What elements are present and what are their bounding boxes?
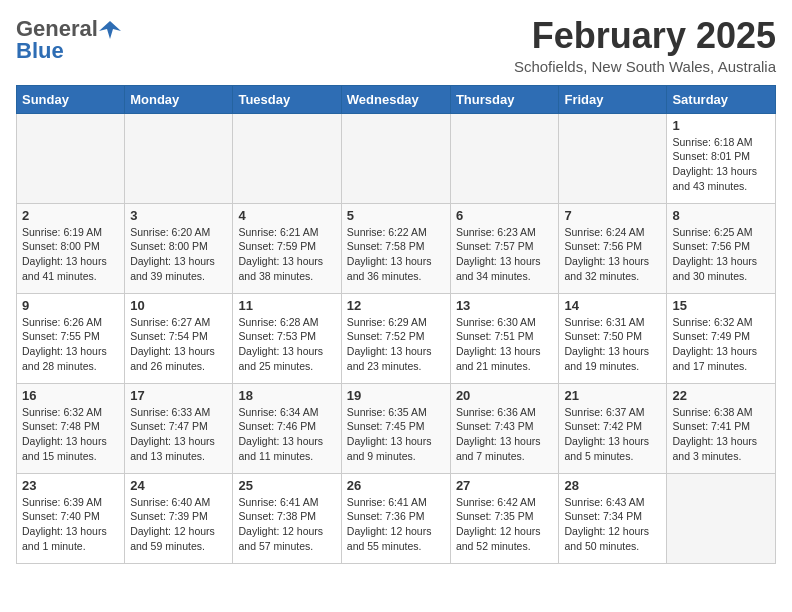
calendar-cell: 15Sunrise: 6:32 AM Sunset: 7:49 PM Dayli… [667, 293, 776, 383]
weekday-header-saturday: Saturday [667, 85, 776, 113]
day-number: 9 [22, 298, 119, 313]
day-number: 28 [564, 478, 661, 493]
logo-blue-text: Blue [16, 38, 64, 64]
calendar-cell: 18Sunrise: 6:34 AM Sunset: 7:46 PM Dayli… [233, 383, 341, 473]
location-subtitle: Schofields, New South Wales, Australia [514, 58, 776, 75]
day-info: Sunrise: 6:24 AM Sunset: 7:56 PM Dayligh… [564, 225, 661, 284]
calendar-cell: 22Sunrise: 6:38 AM Sunset: 7:41 PM Dayli… [667, 383, 776, 473]
day-info: Sunrise: 6:42 AM Sunset: 7:35 PM Dayligh… [456, 495, 554, 554]
day-info: Sunrise: 6:41 AM Sunset: 7:36 PM Dayligh… [347, 495, 445, 554]
calendar-cell: 20Sunrise: 6:36 AM Sunset: 7:43 PM Dayli… [450, 383, 559, 473]
day-number: 3 [130, 208, 227, 223]
calendar-cell: 19Sunrise: 6:35 AM Sunset: 7:45 PM Dayli… [341, 383, 450, 473]
weekday-header-sunday: Sunday [17, 85, 125, 113]
day-number: 25 [238, 478, 335, 493]
calendar-cell [125, 113, 233, 203]
day-info: Sunrise: 6:18 AM Sunset: 8:01 PM Dayligh… [672, 135, 770, 194]
calendar-cell: 21Sunrise: 6:37 AM Sunset: 7:42 PM Dayli… [559, 383, 667, 473]
weekday-header-wednesday: Wednesday [341, 85, 450, 113]
title-section: February 2025 Schofields, New South Wale… [514, 16, 776, 75]
day-info: Sunrise: 6:29 AM Sunset: 7:52 PM Dayligh… [347, 315, 445, 374]
calendar-cell [17, 113, 125, 203]
calendar-week-1: 1Sunrise: 6:18 AM Sunset: 8:01 PM Daylig… [17, 113, 776, 203]
day-number: 16 [22, 388, 119, 403]
calendar-table: SundayMondayTuesdayWednesdayThursdayFrid… [16, 85, 776, 564]
day-number: 1 [672, 118, 770, 133]
calendar-header-row: SundayMondayTuesdayWednesdayThursdayFrid… [17, 85, 776, 113]
day-info: Sunrise: 6:39 AM Sunset: 7:40 PM Dayligh… [22, 495, 119, 554]
calendar-week-5: 23Sunrise: 6:39 AM Sunset: 7:40 PM Dayli… [17, 473, 776, 563]
day-number: 6 [456, 208, 554, 223]
calendar-cell: 2Sunrise: 6:19 AM Sunset: 8:00 PM Daylig… [17, 203, 125, 293]
day-number: 21 [564, 388, 661, 403]
day-info: Sunrise: 6:28 AM Sunset: 7:53 PM Dayligh… [238, 315, 335, 374]
day-info: Sunrise: 6:40 AM Sunset: 7:39 PM Dayligh… [130, 495, 227, 554]
weekday-header-thursday: Thursday [450, 85, 559, 113]
day-info: Sunrise: 6:30 AM Sunset: 7:51 PM Dayligh… [456, 315, 554, 374]
calendar-cell: 8Sunrise: 6:25 AM Sunset: 7:56 PM Daylig… [667, 203, 776, 293]
day-number: 13 [456, 298, 554, 313]
calendar-cell: 16Sunrise: 6:32 AM Sunset: 7:48 PM Dayli… [17, 383, 125, 473]
calendar-week-4: 16Sunrise: 6:32 AM Sunset: 7:48 PM Dayli… [17, 383, 776, 473]
day-number: 2 [22, 208, 119, 223]
day-number: 10 [130, 298, 227, 313]
day-number: 8 [672, 208, 770, 223]
calendar-cell: 24Sunrise: 6:40 AM Sunset: 7:39 PM Dayli… [125, 473, 233, 563]
day-number: 23 [22, 478, 119, 493]
day-info: Sunrise: 6:20 AM Sunset: 8:00 PM Dayligh… [130, 225, 227, 284]
calendar-cell: 11Sunrise: 6:28 AM Sunset: 7:53 PM Dayli… [233, 293, 341, 383]
calendar-week-2: 2Sunrise: 6:19 AM Sunset: 8:00 PM Daylig… [17, 203, 776, 293]
calendar-cell: 6Sunrise: 6:23 AM Sunset: 7:57 PM Daylig… [450, 203, 559, 293]
day-number: 5 [347, 208, 445, 223]
calendar-cell [450, 113, 559, 203]
calendar-cell: 25Sunrise: 6:41 AM Sunset: 7:38 PM Dayli… [233, 473, 341, 563]
day-number: 11 [238, 298, 335, 313]
day-info: Sunrise: 6:26 AM Sunset: 7:55 PM Dayligh… [22, 315, 119, 374]
calendar-cell: 9Sunrise: 6:26 AM Sunset: 7:55 PM Daylig… [17, 293, 125, 383]
day-number: 27 [456, 478, 554, 493]
calendar-cell [667, 473, 776, 563]
day-info: Sunrise: 6:23 AM Sunset: 7:57 PM Dayligh… [456, 225, 554, 284]
calendar-cell: 3Sunrise: 6:20 AM Sunset: 8:00 PM Daylig… [125, 203, 233, 293]
page-header: General Blue February 2025 Schofields, N… [16, 16, 776, 75]
calendar-cell: 14Sunrise: 6:31 AM Sunset: 7:50 PM Dayli… [559, 293, 667, 383]
weekday-header-monday: Monday [125, 85, 233, 113]
day-number: 22 [672, 388, 770, 403]
calendar-cell: 10Sunrise: 6:27 AM Sunset: 7:54 PM Dayli… [125, 293, 233, 383]
day-number: 4 [238, 208, 335, 223]
day-info: Sunrise: 6:37 AM Sunset: 7:42 PM Dayligh… [564, 405, 661, 464]
day-info: Sunrise: 6:41 AM Sunset: 7:38 PM Dayligh… [238, 495, 335, 554]
calendar-cell: 23Sunrise: 6:39 AM Sunset: 7:40 PM Dayli… [17, 473, 125, 563]
calendar-cell: 4Sunrise: 6:21 AM Sunset: 7:59 PM Daylig… [233, 203, 341, 293]
calendar-cell: 5Sunrise: 6:22 AM Sunset: 7:58 PM Daylig… [341, 203, 450, 293]
calendar-cell: 12Sunrise: 6:29 AM Sunset: 7:52 PM Dayli… [341, 293, 450, 383]
calendar-cell: 27Sunrise: 6:42 AM Sunset: 7:35 PM Dayli… [450, 473, 559, 563]
day-info: Sunrise: 6:33 AM Sunset: 7:47 PM Dayligh… [130, 405, 227, 464]
day-info: Sunrise: 6:21 AM Sunset: 7:59 PM Dayligh… [238, 225, 335, 284]
day-info: Sunrise: 6:22 AM Sunset: 7:58 PM Dayligh… [347, 225, 445, 284]
day-number: 18 [238, 388, 335, 403]
day-info: Sunrise: 6:32 AM Sunset: 7:49 PM Dayligh… [672, 315, 770, 374]
day-info: Sunrise: 6:34 AM Sunset: 7:46 PM Dayligh… [238, 405, 335, 464]
day-info: Sunrise: 6:36 AM Sunset: 7:43 PM Dayligh… [456, 405, 554, 464]
logo: General Blue [16, 16, 122, 64]
calendar-cell: 13Sunrise: 6:30 AM Sunset: 7:51 PM Dayli… [450, 293, 559, 383]
day-info: Sunrise: 6:25 AM Sunset: 7:56 PM Dayligh… [672, 225, 770, 284]
day-info: Sunrise: 6:19 AM Sunset: 8:00 PM Dayligh… [22, 225, 119, 284]
calendar-cell: 1Sunrise: 6:18 AM Sunset: 8:01 PM Daylig… [667, 113, 776, 203]
day-info: Sunrise: 6:43 AM Sunset: 7:34 PM Dayligh… [564, 495, 661, 554]
calendar-cell: 26Sunrise: 6:41 AM Sunset: 7:36 PM Dayli… [341, 473, 450, 563]
day-number: 15 [672, 298, 770, 313]
day-number: 20 [456, 388, 554, 403]
calendar-cell: 7Sunrise: 6:24 AM Sunset: 7:56 PM Daylig… [559, 203, 667, 293]
calendar-cell [559, 113, 667, 203]
calendar-week-3: 9Sunrise: 6:26 AM Sunset: 7:55 PM Daylig… [17, 293, 776, 383]
day-info: Sunrise: 6:31 AM Sunset: 7:50 PM Dayligh… [564, 315, 661, 374]
day-info: Sunrise: 6:32 AM Sunset: 7:48 PM Dayligh… [22, 405, 119, 464]
logo-bird-icon [99, 21, 121, 39]
day-number: 14 [564, 298, 661, 313]
day-number: 12 [347, 298, 445, 313]
weekday-header-friday: Friday [559, 85, 667, 113]
weekday-header-tuesday: Tuesday [233, 85, 341, 113]
day-info: Sunrise: 6:38 AM Sunset: 7:41 PM Dayligh… [672, 405, 770, 464]
